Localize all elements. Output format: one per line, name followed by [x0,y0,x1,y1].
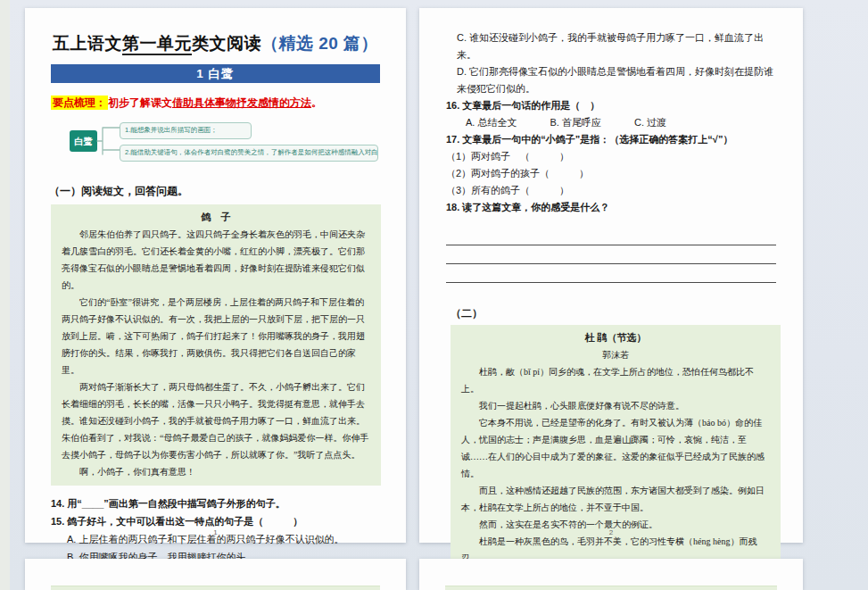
mindmap-root-node: 白鹭 [70,130,97,152]
document-page-4-partial [419,559,803,590]
keypoints-line: 要点梳理：初步了解课文借助具体事物抒发感情的方法。 [51,96,380,111]
article-paragraph: 啊，小鸽子，你们真有意思！ [62,463,370,480]
document-page-2: C. 谁知还没碰到小鸽子，我的手就被母鸽子用力啄了一口，鲜血流了出来。 D. 它… [419,8,803,543]
keypoints-label: 要点梳理： [51,96,108,110]
mindmap-branch-2: 2.能借助关键语句，体会作者对白鹭的赞美之情，了解作者是如何把这种感情融入对白鹭… [120,145,378,162]
question-16: 16. 文章最后一句话的作用是（ ） [446,97,776,114]
question-15-option-c: C. 谁知还没碰到小鸽子，我的手就被母鸽子用力啄了一口，鲜血流了出来。 [457,29,776,63]
lesson-banner: 1 白鹭 [51,64,380,83]
article-cuckoo-title: 杜 鹃（节选） [461,329,770,346]
keypoints-tail: 。 [311,96,322,109]
article-paragraph: 我们一提起杜鹃，心头眼底便好像有说不尽的诗意。 [461,397,770,414]
title-part2: 类文阅读 [192,34,261,53]
question-16-option-a: A. 总结全文 [466,114,517,131]
article-paragraph: 它们的“卧室”很讲究，是个两层楼房，上层住着的两只鸽子和下层住着的两只鸽子好像不… [62,294,370,378]
title-part1: 五上语文 [53,34,122,53]
article-cuckoo-author: 郭沫若 [461,346,770,363]
answer-line [446,245,776,264]
title-underlined-part: 第一单元 [122,34,192,55]
page-number-2: 2 [419,528,803,536]
keypoints-lead: 初步了解课文 [108,96,172,109]
question-17-item-2: （2）两对鸽子的孩子（ ） [446,165,776,182]
article-paragraph: 而且，这种感情还超越了民族的范围，东方诸国大都受到了感染。例如日本，杜鹃在文学上… [461,482,770,516]
document-viewer-canvas[interactable]: { "colors": { "banner_bg": "#3360a7", "a… [0,0,868,590]
mindmap: 白鹭 1.能想象并说出所描写的画面； 2.能借助关键语句，体会作者对白鹭的赞美之… [25,120,406,173]
answer-line [446,227,776,245]
mindmap-branch-1: 1.能想象并说出所描写的画面； [120,122,252,139]
document-page-3-partial [25,559,406,590]
page-number-1: 1 [25,528,406,536]
viewport-left-strip [0,0,10,590]
question-16-options: A. 总结全文 B. 首尾呼应 C. 过渡 [466,114,776,131]
article-pigeon: 鸽 子 邻居朱伯伯养了四只鸽子。这四只鸽子全身长着灰色的羽毛，中间还夹杂着几簇雪… [51,204,381,486]
question-16-option-c: C. 过渡 [634,114,666,131]
answer-line [446,264,776,283]
document-title: 五上语文第一单元类文阅读（精选 20 篇） [25,32,406,55]
question-17-item-1: （1）两对鸽子 （ ） [446,148,776,165]
question-17-item-3: （3）所有的鸽子（ ） [446,182,776,199]
question-16-option-b: B. 首尾呼应 [550,114,601,131]
page3-article-box-top [51,586,380,590]
article-cuckoo: 杜 鹃（节选） 郭沫若 杜鹃，敝（bǐ pí）同乡的魂，在文学上所占的地位，恐怕… [451,325,781,590]
answer-lines [446,227,776,283]
section1-heading: （一）阅读短文，回答问题。 [49,184,380,199]
section2-heading: （二） [451,306,776,321]
article-paragraph: 杜鹃，敝（bǐ pí）同乡的魂，在文学上所占的地位，恐怕任何鸟都比不上。 [461,363,770,397]
question-18: 18. 读了这篇文章，你的感受是什么？ [446,199,776,216]
article-paragraph: 两对鸽子渐渐长大了，两只母鸽都生蛋了。不久，小鸽子孵出来了。它们长着细细的羽毛，… [62,378,370,463]
article-paragraph: 邻居朱伯伯养了四只鸽子。这四只鸽子全身长着灰色的羽毛，中间还夹杂着几簇雪白的羽毛… [62,226,370,294]
document-page-1: 五上语文第一单元类文阅读（精选 20 篇） 1 白鹭 要点梳理：初步了解课文借助… [25,8,406,543]
question-15: 15. 鸽子好斗，文中可以看出这一特点的句子是（ ） [51,512,381,530]
article-paragraph: 它本身不用说，已经是望帝的化身了。有时又被认为薄（báo bó）命的佳人，忧国的… [461,414,770,482]
question-14: 14. 用“____”画出第一自然段中描写鸽子外形的句子。 [51,494,381,512]
title-suffix: （精选 20 篇） [261,34,378,53]
question-block-p2: C. 谁知还没碰到小鸽子，我的手就被母鸽子用力啄了一口，鲜血流了出来。 D. 它… [446,29,776,216]
question-15-option-d: D. 它们那亮得像宝石似的小眼睛总是警惕地看着四周，好像时刻在提防谁来侵犯它们似… [457,63,776,97]
question-17: 17. 文章最后一句中的“小鸽子”是指：（选择正确的答案打上“√”） [446,131,776,148]
keypoints-underlined: 借助具体事物抒发感情的方法 [172,96,311,109]
page4-article-box-top [445,586,777,590]
article-pigeon-title: 鸽 子 [62,209,370,226]
